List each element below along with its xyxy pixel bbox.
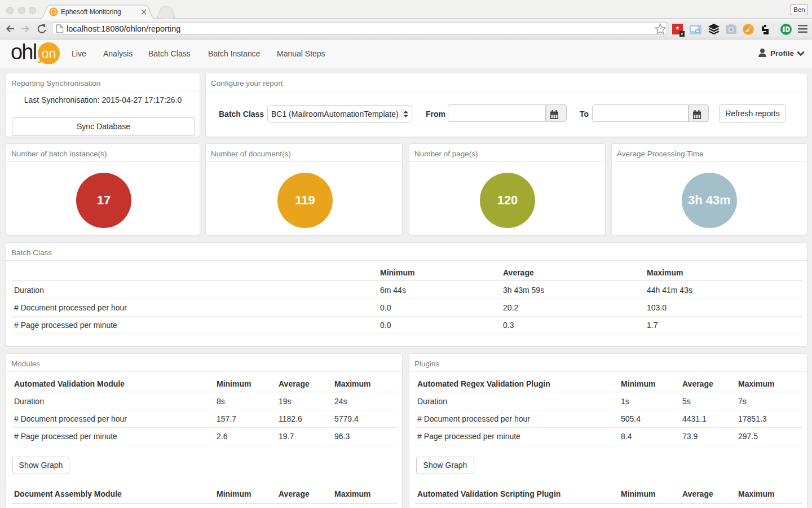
- svg-text:*: *: [676, 24, 679, 34]
- svg-text:on: on: [42, 46, 56, 61]
